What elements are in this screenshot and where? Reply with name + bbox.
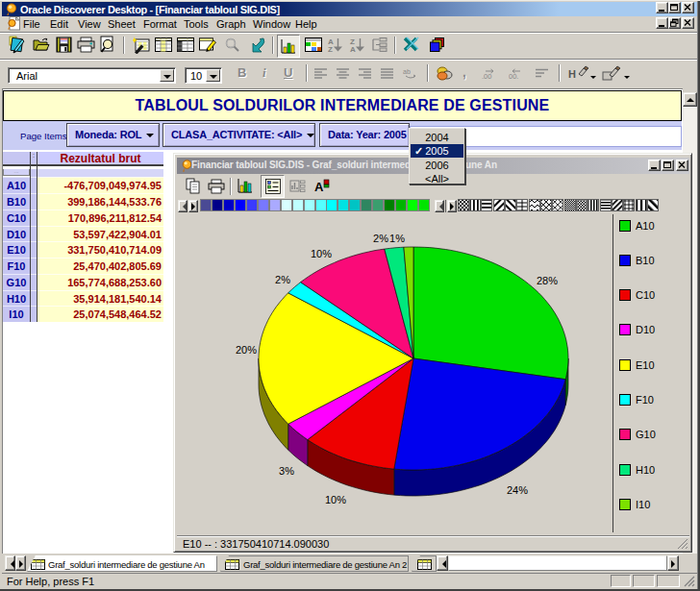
svg-text:.00: .00 <box>482 72 491 81</box>
svg-text:Z: Z <box>328 45 333 53</box>
svg-text:A: A <box>314 180 324 194</box>
svg-text:A: A <box>350 45 356 53</box>
svg-text:00.: 00. <box>509 72 518 81</box>
svg-text:H: H <box>568 68 576 80</box>
svg-text:ab: ab <box>403 68 411 75</box>
